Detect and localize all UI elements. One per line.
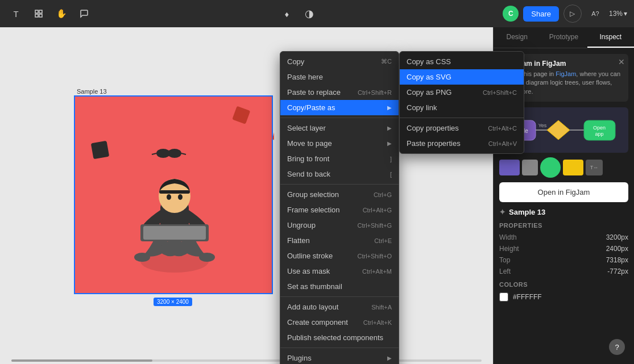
shape-yellow bbox=[563, 160, 583, 175]
svg-rect-4 bbox=[272, 123, 274, 144]
menu-item-set-as-thumbnail[interactable]: Set as thumbnail bbox=[280, 279, 399, 294]
menu-item-send-to-back[interactable]: Send to back [ bbox=[280, 166, 399, 182]
menu-item-use-as-mask[interactable]: Use as mask Ctrl+Alt+M bbox=[280, 263, 399, 279]
colors-section-title: Colors bbox=[499, 281, 628, 288]
submenu-copy-svg[interactable]: Copy as SVG bbox=[400, 69, 524, 85]
menu-item-flatten[interactable]: Flatten Ctrl+E bbox=[280, 233, 399, 248]
submenu-copy-link[interactable]: Copy link bbox=[400, 100, 524, 115]
zoom-control[interactable]: 13% ▾ bbox=[609, 10, 627, 18]
component-title: ✦ Sample 13 bbox=[499, 208, 628, 216]
menu-item-bring-to-front[interactable]: Bring to front ] bbox=[280, 151, 399, 166]
menu-divider-2 bbox=[280, 184, 399, 185]
user-avatar[interactable]: C bbox=[503, 6, 519, 22]
diamond-icon-button[interactable]: ⬧ bbox=[277, 5, 296, 23]
panel-tabs: Design Prototype Inspect bbox=[494, 27, 634, 48]
figjam-notice-close[interactable]: ✕ bbox=[618, 57, 625, 66]
menu-item-select-layer[interactable]: Select layer ▶ bbox=[280, 120, 399, 136]
svg-text:Open: Open bbox=[592, 125, 605, 131]
menu-item-frame-selection[interactable]: Frame selection Ctrl+Alt+G bbox=[280, 202, 399, 217]
prop-left: Left -772px bbox=[499, 267, 628, 275]
menu-item-group-selection[interactable]: Group selection Ctrl+G bbox=[280, 187, 399, 202]
menu-divider-4 bbox=[280, 348, 399, 348]
accessibility-button[interactable]: A? bbox=[586, 5, 604, 23]
svg-marker-26 bbox=[547, 120, 570, 140]
sample-label: Sample 13 bbox=[77, 88, 107, 95]
shape-text: T↔ bbox=[586, 160, 603, 175]
text-tool-button[interactable]: T bbox=[7, 5, 25, 23]
menu-item-copy-paste-as[interactable]: Copy/Paste as ▶ bbox=[280, 100, 399, 115]
submenu-paste-properties[interactable]: Paste properties Ctrl+Alt+V bbox=[400, 136, 524, 151]
svg-rect-0 bbox=[35, 10, 38, 13]
menu-item-paste-here[interactable]: Paste here bbox=[280, 69, 399, 85]
svg-rect-5 bbox=[232, 106, 250, 124]
submenu-copy-properties[interactable]: Copy properties Ctrl+Alt+C bbox=[400, 120, 524, 136]
svg-rect-3 bbox=[39, 14, 42, 17]
svg-line-9 bbox=[152, 153, 156, 154]
svg-point-19 bbox=[178, 194, 183, 200]
context-menu: Copy ⌘C Paste here Paste to replace Ctrl… bbox=[280, 51, 399, 364]
tab-prototype[interactable]: Prototype bbox=[540, 27, 587, 48]
play-button[interactable]: ▷ bbox=[563, 5, 582, 23]
submenu-copy-css[interactable]: Copy as CSS bbox=[400, 54, 524, 69]
design-frame[interactable] bbox=[74, 95, 273, 294]
comment-tool-button[interactable] bbox=[75, 5, 93, 23]
help-button[interactable]: ? bbox=[609, 339, 625, 355]
hand-tool-button[interactable]: ✋ bbox=[52, 5, 71, 23]
swatch-white bbox=[499, 292, 508, 302]
svg-point-18 bbox=[167, 194, 171, 200]
prop-top: Top 7318px bbox=[499, 256, 628, 264]
svg-rect-1 bbox=[39, 10, 42, 13]
half-circle-icon-button[interactable]: ◑ bbox=[300, 5, 318, 23]
toolbar-right: C Share ▷ A? 13% ▾ bbox=[503, 5, 627, 23]
svg-text:Yes: Yes bbox=[538, 123, 546, 128]
color-swatch-white: #FFFFFF bbox=[499, 292, 628, 302]
prop-width: Width 3200px bbox=[499, 233, 628, 241]
svg-rect-2 bbox=[35, 14, 38, 17]
tab-inspect[interactable]: Inspect bbox=[587, 27, 634, 48]
figjam-shapes-row: T↔ bbox=[499, 157, 628, 178]
toolbar-left: T ✋ bbox=[7, 5, 93, 23]
frame-tool-button[interactable] bbox=[30, 5, 48, 23]
colors-section: Colors #FFFFFF bbox=[499, 281, 628, 302]
shape-purple bbox=[499, 160, 520, 175]
menu-item-copy[interactable]: Copy ⌘C bbox=[280, 54, 399, 69]
menu-item-move-to-page[interactable]: Move to page ▶ bbox=[280, 136, 399, 151]
svg-line-10 bbox=[181, 153, 186, 154]
toolbar-center: ⬧ ◑ bbox=[277, 5, 318, 23]
shape-gray bbox=[522, 160, 538, 175]
canvas-scrollbar[interactable] bbox=[11, 359, 482, 362]
menu-item-add-auto-layout[interactable]: Add auto layout Shift+A bbox=[280, 299, 399, 315]
menu-item-plugins[interactable]: Plugins ▶ bbox=[280, 350, 399, 364]
menu-item-paste-replace[interactable]: Paste to replace Ctrl+Shift+R bbox=[280, 85, 399, 100]
svg-rect-6 bbox=[91, 141, 109, 159]
open-in-figjam-button[interactable]: Open in FigJam bbox=[499, 182, 628, 202]
tab-design[interactable]: Design bbox=[494, 27, 540, 48]
menu-item-ungroup[interactable]: Ungroup Ctrl+Shift+G bbox=[280, 217, 399, 233]
submenu-copy-png[interactable]: Copy as PNG Ctrl+Shift+C bbox=[400, 85, 524, 100]
svg-rect-15 bbox=[143, 226, 206, 240]
toolbar: T ✋ ⬧ ◑ C Share ▷ A? 13% ▾ bbox=[0, 0, 634, 27]
svg-text:app: app bbox=[595, 131, 603, 137]
menu-divider-3 bbox=[280, 296, 399, 297]
svg-point-21 bbox=[199, 253, 215, 262]
size-badge: 3200 × 2400 bbox=[154, 298, 192, 306]
svg-rect-17 bbox=[159, 190, 190, 194]
copy-paste-submenu: Copy as CSS Copy as SVG Copy as PNG Ctrl… bbox=[399, 51, 524, 154]
properties-section-title: Properties bbox=[499, 222, 628, 229]
figjam-link[interactable]: FigJam bbox=[556, 70, 576, 77]
prop-height: Height 2400px bbox=[499, 245, 628, 253]
svg-point-20 bbox=[134, 253, 150, 262]
canvas-scrollbar-thumb[interactable] bbox=[11, 359, 152, 362]
menu-item-outline-stroke[interactable]: Outline stroke Ctrl+Shift+O bbox=[280, 248, 399, 263]
share-button[interactable]: Share bbox=[523, 6, 559, 22]
menu-item-publish-components[interactable]: Publish selected components bbox=[280, 330, 399, 345]
submenu-divider bbox=[400, 118, 524, 118]
menu-item-create-component[interactable]: Create component Ctrl+Alt+K bbox=[280, 315, 399, 330]
menu-divider-1 bbox=[280, 118, 399, 118]
shape-green-circle bbox=[540, 157, 561, 178]
